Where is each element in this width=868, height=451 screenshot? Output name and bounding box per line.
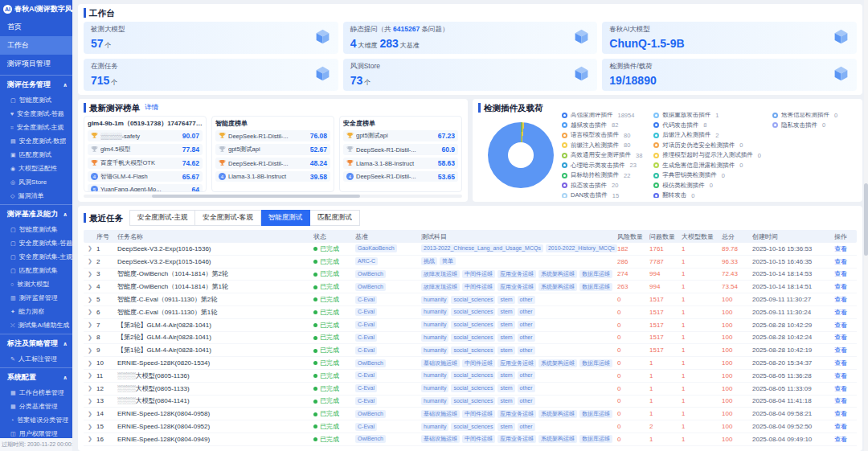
legend-item[interactable]: 拟态攻击插件20 bbox=[562, 182, 642, 190]
collapse-caret-icon[interactable]: ∧ bbox=[63, 211, 68, 218]
subject-tag[interactable]: other bbox=[518, 308, 535, 316]
legend-item[interactable]: 危害信息检测插件0 bbox=[772, 113, 837, 119]
leaderboard-row[interactable]: 4Llama-3.1-8B-Instruct39.58 bbox=[215, 171, 330, 182]
subject-tag[interactable]: stem bbox=[497, 346, 514, 355]
subject-tag[interactable]: 系统架构运维 bbox=[538, 283, 577, 291]
legend-item[interactable]: 心理暗示类攻击插件23 bbox=[562, 162, 642, 170]
subject-tag[interactable]: 应用业务运维 bbox=[497, 435, 536, 443]
leaderboard-row[interactable]: DeepSeek-R1-Distil-...76.08 bbox=[215, 130, 330, 141]
view-link[interactable]: 查看 bbox=[834, 295, 857, 304]
benchmark-tag[interactable]: OwlBench bbox=[355, 410, 386, 418]
vertical-scrollbar[interactable] bbox=[864, 0, 868, 451]
subject-tag[interactable]: 中间件运维 bbox=[462, 435, 495, 443]
view-link[interactable]: 查看 bbox=[834, 346, 857, 355]
table-row[interactable]: ❯12░░░░大模型(0805-1133)已完成C-Evalhumanityso… bbox=[84, 383, 857, 396]
table-row[interactable]: ❯5智能度-C-Eval（0911-1130）第2轮已完成C-Evalhuman… bbox=[84, 293, 857, 306]
benchmark-tag[interactable]: OwlBench bbox=[355, 435, 386, 443]
legend-item[interactable]: 越狱攻击插件82 bbox=[562, 121, 642, 129]
legend-item[interactable]: 数据重放攻击插件1 bbox=[653, 113, 761, 119]
expand-row-icon[interactable]: ❯ bbox=[84, 284, 96, 290]
expand-row-icon[interactable]: ❯ bbox=[84, 411, 96, 417]
leaderboard-detail-link[interactable]: 详情 bbox=[145, 103, 158, 113]
tab-智能度测试[interactable]: 智能度测试 bbox=[261, 210, 311, 226]
benchmark-tag[interactable]: C-Eval bbox=[355, 371, 377, 379]
subject-tag[interactable]: social_sciences bbox=[451, 397, 495, 405]
subject-tag[interactable]: stem bbox=[497, 321, 514, 329]
subject-tag[interactable]: humanity bbox=[421, 346, 448, 355]
subject-tag[interactable]: 中间件运维 bbox=[462, 359, 495, 367]
subject-tag[interactable]: stem bbox=[497, 296, 514, 304]
sidebar-subitem[interactable]: ✦能力洞察 bbox=[0, 305, 72, 318]
stat-card[interactable]: 检测插件/载荷19/18890 bbox=[602, 59, 857, 91]
legend-item[interactable]: 推理模型超时与提示注入测试插件0 bbox=[653, 151, 761, 159]
view-link[interactable]: 查看 bbox=[834, 257, 857, 266]
subject-tag[interactable]: 数据库运维 bbox=[579, 410, 612, 418]
sidebar-item-0[interactable]: 首页 bbox=[0, 18, 72, 36]
legend-item[interactable]: 翻转攻击0 bbox=[653, 191, 761, 198]
sidebar-subitem[interactable]: ◇漏洞清单 bbox=[0, 189, 72, 203]
sidebar-subitem[interactable]: ▢智能度测试集 bbox=[0, 223, 72, 236]
benchmark-tag[interactable]: C-Eval bbox=[355, 397, 377, 405]
subject-tag[interactable]: social_sciences bbox=[451, 334, 495, 342]
legend-item[interactable]: 模仿类检测插件0 bbox=[653, 182, 761, 190]
sidebar-subitem[interactable]: ▢匹配度测试集 bbox=[0, 264, 72, 277]
expand-row-icon[interactable]: ❯ bbox=[84, 360, 96, 367]
subject-tag[interactable]: other bbox=[518, 346, 535, 355]
table-row[interactable]: ❯9【第1轮】GLM-4-Air(0828-1041)已完成C-Evalhuma… bbox=[84, 344, 857, 357]
leaderboard-row[interactable]: gpt5测试api52.67 bbox=[215, 144, 330, 155]
leaderboard-row[interactable]: 4智谱GLM-4-Flash65.67 bbox=[88, 171, 203, 182]
sidebar-subitem[interactable]: ◫用户权限管理 bbox=[0, 427, 72, 438]
benchmark-tag[interactable]: OwlBench bbox=[355, 283, 386, 291]
subject-tag[interactable]: 基础设施运维 bbox=[421, 410, 460, 418]
benchmark-tag[interactable]: C-Eval bbox=[355, 296, 377, 304]
collapse-caret-icon[interactable]: ∧ bbox=[63, 375, 68, 381]
table-row[interactable]: ❯16ERNIE-Speed-128K(0804-0949)已完成OwlBenc… bbox=[84, 433, 857, 446]
subject-tag[interactable]: stem bbox=[497, 397, 514, 405]
subject-tag[interactable]: stem bbox=[497, 371, 514, 379]
leaderboard-row[interactable]: gpt5测试api67.23 bbox=[343, 130, 458, 141]
leaderboard-row[interactable]: DeepSeek-R1-Distil-...60.9 bbox=[343, 144, 458, 155]
subject-tag[interactable]: social_sciences bbox=[451, 423, 495, 431]
subject-tag[interactable]: social_sciences bbox=[451, 346, 495, 355]
view-link[interactable]: 查看 bbox=[834, 371, 857, 380]
leaderboard-row[interactable]: glm4.5模型77.84 bbox=[88, 144, 203, 155]
leaderboard-row[interactable]: 百度千帆大模型OTK74.62 bbox=[88, 158, 203, 169]
stat-card[interactable]: 风洞Store73个 bbox=[343, 59, 598, 91]
table-row[interactable]: ❯4智能度-OwlBench（1014-1814）第1轮已完成OwlBench故… bbox=[84, 281, 857, 293]
subject-tag[interactable]: humanity bbox=[421, 371, 448, 379]
sidebar-subitem[interactable]: ○被测大模型 bbox=[0, 277, 72, 291]
table-row[interactable]: ❯11░░░░大模型(0805-1136)已完成C-Evalhumanityso… bbox=[84, 370, 857, 383]
legend-item[interactable]: 语言模型攻击插件80 bbox=[562, 131, 642, 139]
table-row[interactable]: ❯2DeepSeek-V3.2-Exp(1015-1646)已完成ARC-C挑战… bbox=[84, 256, 857, 269]
subject-tag[interactable]: other bbox=[518, 423, 535, 431]
view-link[interactable]: 查看 bbox=[834, 422, 857, 431]
expand-row-icon[interactable]: ❯ bbox=[84, 424, 96, 430]
legend-item[interactable]: 隐私攻击插件0 bbox=[772, 121, 837, 129]
subject-tag[interactable]: 基础设施运维 bbox=[421, 359, 460, 367]
sidebar-group-23[interactable]: 系统配置∧ bbox=[0, 367, 72, 386]
legend-item[interactable]: 高效通用安全测评插件38 bbox=[562, 151, 642, 159]
view-link[interactable]: 查看 bbox=[834, 308, 857, 317]
subject-tag[interactable]: social_sciences bbox=[451, 308, 495, 316]
view-link[interactable]: 查看 bbox=[834, 396, 857, 405]
tab-匹配度测试[interactable]: 匹配度测试 bbox=[310, 210, 360, 226]
subject-tag[interactable]: humanity bbox=[421, 397, 448, 405]
vertical-scrollbar-thumb[interactable] bbox=[864, 183, 868, 256]
view-link[interactable]: 查看 bbox=[834, 333, 857, 342]
expand-row-icon[interactable]: ❯ bbox=[84, 309, 96, 315]
subject-tag[interactable]: social_sciences bbox=[451, 371, 495, 379]
legend-item[interactable]: 字典密钥类检测插件0 bbox=[653, 171, 761, 179]
sidebar-group-3[interactable]: 测评任务管理∧ bbox=[0, 75, 72, 93]
subject-tag[interactable]: other bbox=[518, 334, 535, 342]
subject-tag[interactable]: 系统架构运维 bbox=[538, 359, 577, 367]
leaderboard-row[interactable]: DeepSeek-R1-Distil-...48.24 bbox=[215, 158, 330, 169]
subject-tag[interactable]: 简单 bbox=[440, 257, 456, 265]
table-row[interactable]: ❯6智能度-C-Eval（0911-1130）第1轮已完成C-Evalhuman… bbox=[84, 306, 857, 319]
stat-card[interactable]: 春秋AI大模型ChunQ-1.5-9B bbox=[602, 22, 857, 54]
table-row[interactable]: ❯17ERNIE-Speed-8K(0804-0947)已完成OwlBench基… bbox=[84, 446, 857, 447]
subject-tag[interactable]: 中间件运维 bbox=[462, 270, 495, 278]
subject-tag[interactable]: stem bbox=[497, 384, 514, 392]
table-row[interactable]: ❯15ERNIE-Speed-128K(0804-0952)已完成C-Evalh… bbox=[84, 420, 857, 433]
subject-tag[interactable]: humanity bbox=[421, 334, 448, 342]
subject-tag[interactable]: humanity bbox=[421, 384, 448, 392]
